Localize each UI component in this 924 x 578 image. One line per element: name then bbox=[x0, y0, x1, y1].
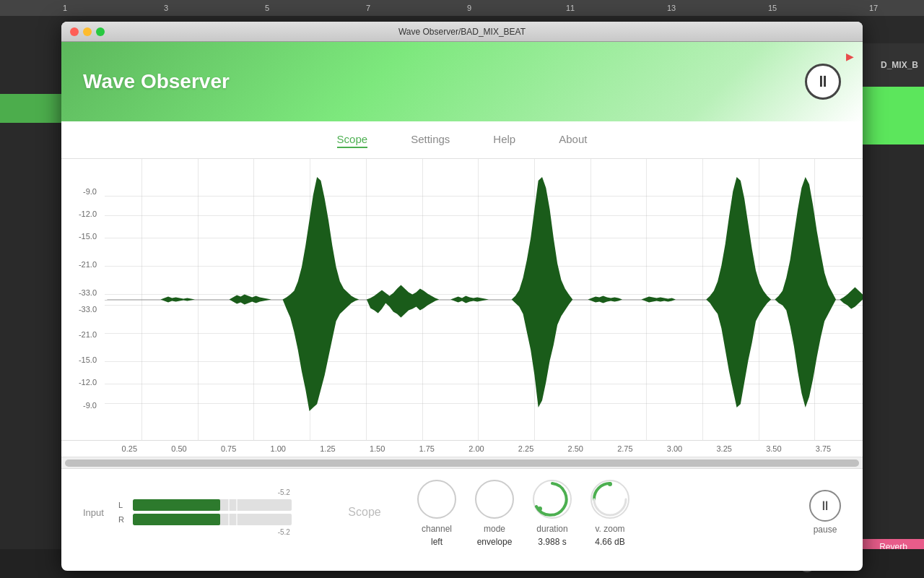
pause-button[interactable]: ⏸ bbox=[809, 490, 841, 522]
right-panel-header: D_MIX_B bbox=[863, 43, 924, 87]
time-label: 0.25 bbox=[122, 444, 137, 453]
tab-settings[interactable]: Settings bbox=[411, 131, 450, 148]
ruler-marks: 1 3 5 7 9 11 13 15 17 bbox=[0, 4, 924, 12]
play-icon: ▶ bbox=[846, 51, 854, 62]
meter-marker bbox=[236, 514, 237, 525]
channel-knob-group: channel left bbox=[415, 478, 458, 547]
svg-point-12 bbox=[418, 480, 456, 518]
time-label: 1.25 bbox=[320, 444, 335, 453]
ruler-mark: 9 bbox=[419, 4, 520, 12]
svg-marker-5 bbox=[450, 296, 489, 303]
svg-marker-9 bbox=[706, 177, 771, 407]
pause-section: ⏸ pause bbox=[809, 490, 841, 535]
waveform-area: -9.0 -12.0 -15.0 -21.0 -33.0 -33.0 -21.0… bbox=[61, 159, 863, 441]
channel-R-label: R bbox=[118, 515, 127, 524]
meter-bar-R bbox=[133, 514, 292, 525]
svg-marker-10 bbox=[775, 177, 836, 407]
play-pause-icon: ⏸ bbox=[815, 72, 831, 91]
mode-knob[interactable] bbox=[473, 478, 516, 521]
ruler-mark: 1 bbox=[14, 4, 116, 12]
tab-help[interactable]: Help bbox=[493, 131, 515, 148]
svg-point-17 bbox=[608, 482, 612, 486]
time-label: 2.50 bbox=[568, 444, 583, 453]
mode-knob-value: envelope bbox=[477, 537, 513, 547]
nav-tabs: Scope Settings Help About bbox=[61, 121, 863, 159]
title-bar: Wave Observer/BAD_MIX_BEAT bbox=[61, 22, 863, 42]
title-bar-buttons bbox=[70, 27, 105, 36]
tab-scope[interactable]: Scope bbox=[337, 131, 368, 148]
time-label: 3.50 bbox=[766, 444, 781, 453]
ruler-mark: 11 bbox=[520, 4, 621, 12]
scrollbar-thumb[interactable] bbox=[65, 460, 859, 467]
plugin-window: Wave Observer/BAD_MIX_BEAT Wave Observer… bbox=[61, 22, 863, 571]
duration-knob-group: duration 3.988 s bbox=[531, 478, 574, 547]
mode-knob-group: mode envelope bbox=[473, 478, 516, 547]
minimize-button[interactable] bbox=[83, 27, 92, 36]
scrollbar[interactable] bbox=[61, 457, 863, 469]
meter-marker bbox=[236, 499, 237, 511]
channel-knob[interactable] bbox=[415, 478, 458, 521]
track-lane bbox=[0, 94, 61, 123]
duration-knob-label: duration bbox=[536, 524, 567, 534]
ruler-mark: 3 bbox=[116, 4, 217, 12]
duration-knob-value: 3.988 s bbox=[538, 537, 566, 547]
ruler-mark: 13 bbox=[621, 4, 722, 12]
waveform-svg: .wave { fill: #1a5c1a; } bbox=[61, 159, 863, 440]
time-label: 1.75 bbox=[419, 444, 435, 453]
pause-icon: ⏸ bbox=[819, 499, 832, 514]
pause-label: pause bbox=[814, 525, 837, 535]
input-label: Input bbox=[83, 507, 104, 518]
input-section: Input -5.2 L R bbox=[83, 488, 314, 536]
channel-knob-label: channel bbox=[422, 524, 452, 534]
svg-marker-7 bbox=[588, 296, 622, 303]
meter-fill-L bbox=[133, 499, 220, 511]
knob-controls: channel left mode envelope bbox=[415, 478, 632, 547]
tab-about[interactable]: About bbox=[559, 131, 587, 148]
time-label: 1.50 bbox=[370, 444, 385, 453]
meter-value-bottom: -5.2 bbox=[118, 528, 292, 536]
vzoom-knob-label: v. zoom bbox=[595, 524, 624, 534]
header-play-pause-button[interactable]: ⏸ ▶ bbox=[805, 64, 841, 100]
meter-bar-L bbox=[133, 499, 292, 511]
plugin-logo: Wave Observer bbox=[83, 70, 230, 93]
plugin-header: Wave Observer ⏸ ▶ bbox=[61, 42, 863, 121]
window-title: Wave Observer/BAD_MIX_BEAT bbox=[398, 27, 526, 37]
time-label: 3.00 bbox=[667, 444, 682, 453]
mode-knob-label: mode bbox=[484, 524, 505, 534]
svg-marker-11 bbox=[840, 288, 863, 309]
svg-point-15 bbox=[538, 506, 542, 511]
vzoom-knob[interactable] bbox=[588, 478, 632, 521]
svg-marker-3 bbox=[283, 177, 359, 411]
meter-row-L: L bbox=[118, 499, 292, 511]
channel-knob-value: left bbox=[431, 537, 443, 547]
ruler-mark: 7 bbox=[318, 4, 419, 12]
meter-row-R: R bbox=[118, 514, 292, 525]
vzoom-knob-group: v. zoom 4.66 dB bbox=[588, 478, 632, 547]
meter-fill-R bbox=[133, 514, 220, 525]
time-label: 0.50 bbox=[171, 444, 186, 453]
time-label: 2.25 bbox=[518, 444, 533, 453]
time-label: 3.75 bbox=[816, 444, 831, 453]
meter-marker bbox=[228, 499, 230, 511]
right-panel-title: D_MIX_B bbox=[881, 60, 918, 70]
meter-marker bbox=[228, 514, 230, 525]
meter-value-top: -5.2 bbox=[118, 488, 292, 496]
svg-marker-6 bbox=[512, 177, 573, 407]
channel-L-label: L bbox=[118, 501, 127, 509]
svg-point-13 bbox=[476, 480, 513, 518]
svg-marker-1 bbox=[160, 297, 195, 303]
ruler-mark: 5 bbox=[217, 4, 318, 12]
time-label: 2.00 bbox=[468, 444, 484, 453]
vzoom-knob-value: 4.66 dB bbox=[595, 537, 624, 547]
scope-label: Scope bbox=[336, 506, 393, 519]
time-label: 2.75 bbox=[617, 444, 632, 453]
maximize-button[interactable] bbox=[96, 27, 105, 36]
duration-knob[interactable] bbox=[531, 478, 574, 521]
right-panel-green bbox=[863, 87, 924, 144]
time-label: 3.25 bbox=[716, 444, 731, 453]
ruler-mark: 17 bbox=[823, 4, 924, 12]
svg-marker-8 bbox=[641, 297, 676, 303]
close-button[interactable] bbox=[70, 27, 79, 36]
time-labels: 0.25 0.50 0.75 1.00 1.25 1.50 1.75 2.00 … bbox=[61, 441, 863, 457]
ruler-mark: 15 bbox=[722, 4, 823, 12]
